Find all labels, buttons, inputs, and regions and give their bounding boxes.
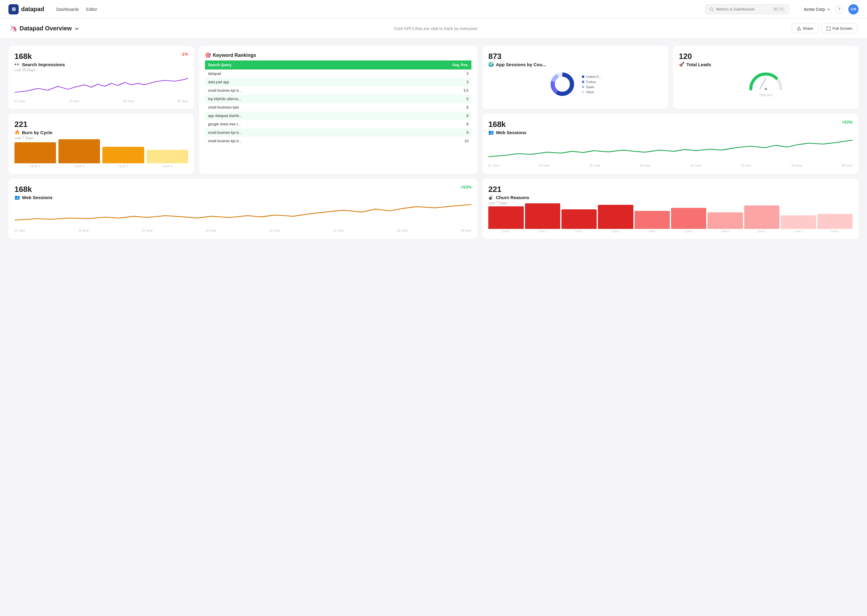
churn-bar-group: Cycle 1 xyxy=(708,212,742,233)
churn-bar-group: Cycle 1 xyxy=(780,215,816,233)
keyword-rankings-card: 🎯 Keyword Rankings Search Query Avg. Pos… xyxy=(199,46,478,174)
web-sessions-top-card: 168k 👥 Web Sessions +53% 01 June 10 June… xyxy=(482,114,859,174)
legend-dot xyxy=(582,91,584,93)
legend-label: Other xyxy=(586,90,594,94)
churn-reasons-title: Churn Reasons xyxy=(496,195,529,200)
burn-by-cycle-metric: 221 xyxy=(14,120,188,129)
logo[interactable]: ⊞ datapad xyxy=(8,4,44,14)
app-sessions-metric: 873 xyxy=(488,52,662,61)
total-leads-icon: 🚀 xyxy=(679,62,684,67)
web-sessions-top-icon: 👥 xyxy=(488,130,494,135)
churn-bar-label: Cycle 1 xyxy=(794,230,803,233)
legend-item: Spain xyxy=(582,85,601,89)
churn-bar-group: Cycle 1 xyxy=(671,208,706,233)
search-input[interactable] xyxy=(716,7,770,11)
burn-bar xyxy=(58,139,100,163)
dashboard-title-area: 🦄 Datapad Overview xyxy=(9,25,79,32)
keyword-table-row: google shets free t...8 xyxy=(205,120,471,129)
total-leads-title: Total Leads xyxy=(686,62,711,67)
kw-pos: 10 xyxy=(376,137,472,145)
web-sessions-top-metric: 168k xyxy=(488,120,526,129)
churn-bar xyxy=(561,209,597,229)
kw-query: data pad app xyxy=(205,78,376,86)
web-sessions-bottom-chart: 01 June 10 June 20 June 30 June 01 June … xyxy=(14,204,471,232)
churn-bar-group: Cycle 1 xyxy=(744,206,779,233)
kw-col-pos: Avg. Pos. xyxy=(376,60,472,69)
avatar[interactable]: CR xyxy=(848,4,859,14)
kw-pos: 5 xyxy=(376,95,472,103)
nav-right: Acme Corp ? CR xyxy=(804,4,859,14)
legend-item: Other xyxy=(582,90,601,94)
churn-bar xyxy=(744,206,779,229)
churn-bar xyxy=(671,208,706,229)
kw-pos: 3.5 xyxy=(376,86,472,95)
kw-pos: 8 xyxy=(376,112,472,120)
churn-bar xyxy=(708,212,742,229)
churn-bar-group: Cycle 1 xyxy=(817,214,853,233)
keyword-table-row: small business kpis8 xyxy=(205,103,471,112)
kw-query: datapad xyxy=(205,69,376,78)
dashboard-icon: 🦄 xyxy=(9,25,17,32)
app-sessions-icon: 🌍 xyxy=(488,62,494,67)
svg-point-8 xyxy=(765,88,767,90)
keyword-table: Search Query Avg. Pos. datapad3data pad … xyxy=(205,60,471,145)
logo-icon: ⊞ xyxy=(8,4,19,14)
kw-pos: 3 xyxy=(376,78,472,86)
churn-bar-label: Cycle 1 xyxy=(648,230,657,233)
dashboards-link[interactable]: Dashboards xyxy=(56,6,79,13)
help-button[interactable]: ? xyxy=(835,5,843,14)
share-button[interactable]: Share xyxy=(792,24,818,33)
kw-pos: 8 xyxy=(376,120,472,129)
fullscreen-button[interactable]: Full Screen xyxy=(821,24,858,33)
churn-bar-label: Cycle 1 xyxy=(501,230,511,233)
burn-bar-label: Cycle 4 xyxy=(162,165,172,168)
company-name: Acme Corp xyxy=(804,7,825,12)
kw-pos: 3 xyxy=(376,69,472,78)
churn-bar xyxy=(488,206,523,229)
web-sessions-bottom-icon: 👥 xyxy=(14,195,20,200)
web-sessions-top-chart: 01 June 10 June 20 June 30 June 01 June … xyxy=(488,139,853,167)
dashboard-grid: 168k -1% 👀 Search Impressions Last 30 Da… xyxy=(0,39,867,246)
total-leads-metric: 120 xyxy=(679,52,853,61)
search-icon xyxy=(709,7,714,11)
web-sessions-bottom-metric: 168k xyxy=(14,185,52,194)
kw-query: small busines kpi d... xyxy=(205,137,376,145)
kw-query: google shets free t... xyxy=(205,120,376,129)
burn-bar-group: Cycle 4 xyxy=(147,150,188,168)
svg-line-7 xyxy=(760,79,766,89)
churn-bar-label: Cycle 1 xyxy=(830,230,839,233)
churn-bar xyxy=(635,211,670,229)
kw-pos: 8 xyxy=(376,103,472,112)
chevron-down-icon[interactable] xyxy=(74,26,79,31)
fullscreen-label: Full Screen xyxy=(832,26,852,31)
web-sessions-top-title: Web Sessions xyxy=(496,130,526,135)
share-icon xyxy=(797,27,801,31)
company-selector[interactable]: Acme Corp xyxy=(804,7,830,12)
dashboard-title: Datapad Overview xyxy=(20,25,72,32)
churn-bar-label: Cycle 1 xyxy=(538,230,547,233)
churn-bar-group: Cycle 1 xyxy=(635,211,670,233)
burn-by-cycle-icon: 🔥 xyxy=(14,130,20,135)
web-sessions-top-x-labels: 01 June 10 June 20 June 30 June 01 June … xyxy=(488,164,853,167)
search-impressions-chart: 01 June 10 June 20 June 30 June xyxy=(14,76,188,103)
keyword-table-row: small busines kpi d...9 xyxy=(205,129,471,137)
search-impressions-x-labels: 01 June 10 June 20 June 30 June xyxy=(14,99,188,103)
fullscreen-icon xyxy=(826,27,831,31)
churn-reasons-card: 221 🎳 Churn Reasons Last 7 Days Cycle 1C… xyxy=(482,179,859,239)
burn-bar-label: Cycle 1 xyxy=(30,165,40,168)
web-sessions-bottom-x-labels: 01 June 10 June 20 June 30 June 01 June … xyxy=(14,229,471,232)
chevron-down-icon xyxy=(827,8,830,11)
legend-dot xyxy=(582,86,584,88)
editor-link[interactable]: Editor xyxy=(86,6,97,13)
legend-label: United S... xyxy=(586,75,601,79)
keyword-table-row: app datapad dashb...8 xyxy=(205,112,471,120)
search-shortcut: ⌘ + K xyxy=(772,6,785,12)
global-search[interactable]: ⌘ + K xyxy=(705,4,789,14)
share-label: Share xyxy=(803,26,813,31)
churn-bar xyxy=(817,214,853,229)
legend-dot xyxy=(582,81,584,83)
burn-bar xyxy=(147,150,188,163)
search-impressions-title: Search Impressions xyxy=(22,62,65,67)
churn-bar xyxy=(598,205,633,229)
app-sessions-legend: United S...TurkeySpainOther xyxy=(582,75,601,94)
